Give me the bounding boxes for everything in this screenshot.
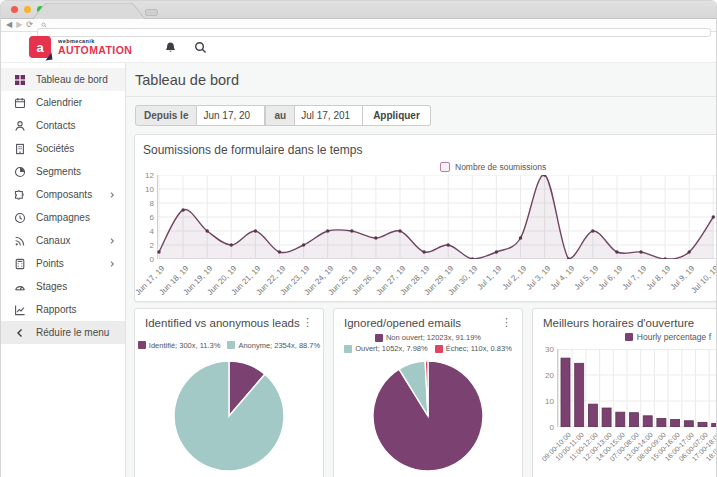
kebab-menu-icon[interactable]: ⋮ <box>302 317 313 328</box>
sidebar-item-label: Points <box>36 258 64 269</box>
sidebar-item-canaux[interactable]: Canaux <box>1 229 125 252</box>
chevron-right-icon <box>108 191 116 199</box>
axis-tick-label: 4 <box>141 227 154 236</box>
user-icon <box>14 120 26 132</box>
identified-anonymous-panel: Identified vs anonymous leads ⋮ Identifi… <box>134 308 324 477</box>
date-to-input[interactable] <box>295 105 363 126</box>
widgets-row: Identified vs anonymous leads ⋮ Identifi… <box>134 308 717 477</box>
url-bar[interactable] <box>37 28 711 37</box>
axis-tick-label: 30 <box>541 345 554 354</box>
browser-tab-bar <box>1 1 716 19</box>
axis-tick-label: 6 <box>141 213 154 222</box>
ignored-opened-emails-panel: Ignored/opened emails ⋮ Non ouvert; 1202… <box>333 308 523 477</box>
app-header: a webmecanik AUTOMATION <box>1 32 716 63</box>
line-chart-legend[interactable]: Nombre de soumissions <box>143 162 709 172</box>
sidebar-item-contacts[interactable]: Contacts <box>1 114 125 137</box>
calendar-icon <box>14 97 26 109</box>
rss-icon <box>14 235 26 247</box>
sidebar-item-calendrier[interactable]: Calendrier <box>1 91 125 114</box>
back-button[interactable]: ◀ <box>6 21 12 29</box>
kebab-menu-icon[interactable]: ⋮ <box>501 317 512 328</box>
legend-item-ouvert[interactable]: Ouvert; 1052x, 7.98% <box>344 344 428 353</box>
pie-legend: Non ouvert; 12023x, 91.19%Ouvert; 1052x,… <box>344 333 512 357</box>
bar-legend-label: Hourly percentage f <box>637 332 711 342</box>
sidebar-item-campagnes[interactable]: Campagnes <box>1 206 125 229</box>
axis-tick-label: 20 <box>541 371 554 380</box>
refresh-button[interactable]: ⟳ <box>26 21 33 29</box>
logo-text[interactable]: webmecanik AUTOMATION <box>58 39 132 56</box>
axis-tick-label: 8 <box>141 199 154 208</box>
sidebar-item-stages[interactable]: Stages <box>1 275 125 298</box>
line-chart-title: Soumissions de formulaire dans le temps <box>143 143 709 157</box>
legend-item-anonyme[interactable]: Anonyme; 2354x, 88.7% <box>227 333 320 357</box>
puzzle-icon <box>14 189 26 201</box>
date-filter: Depuis le au Appliquer <box>126 97 717 134</box>
logo-icon[interactable]: a <box>29 36 51 58</box>
new-tab-button[interactable] <box>145 9 158 16</box>
browser-tab[interactable] <box>31 3 147 19</box>
chevron-left-icon <box>14 327 26 339</box>
bell-icon[interactable] <box>164 41 177 54</box>
sidebar-item-label: Canaux <box>36 235 70 246</box>
best-open-hours-panel: Meilleurs horaires d'ouverture Hourly pe… <box>532 308 717 477</box>
panel-title: Meilleurs horaires d'ouverture <box>543 317 694 329</box>
pie-legend: Identifié; 300x, 11.3%Anonyme; 2354x, 88… <box>145 333 313 357</box>
chart-icon <box>14 304 26 316</box>
axis-tick-label: 12 <box>141 171 154 180</box>
close-button[interactable] <box>11 6 18 13</box>
line-chart-canvas <box>157 175 717 259</box>
legend-label: Anonyme; 2354x, 88.7% <box>238 341 320 350</box>
sidebar-item-label: Sociétés <box>36 143 74 154</box>
sidebar-collapse-label: Réduire le menu <box>36 327 109 338</box>
sidebar-item-tableau-de-bord[interactable]: Tableau de bord <box>1 68 125 91</box>
forward-button[interactable]: ▶ <box>16 21 22 29</box>
panel-title: Identified vs anonymous leads <box>145 317 300 329</box>
date-from-input[interactable] <box>197 105 265 126</box>
grid-icon <box>14 74 26 86</box>
legend-label: Échec; 110x, 0.83% <box>446 344 512 353</box>
browser-window: ◀ ▶ ⟳ a webmecanik AUTOMATION Tableau de… <box>0 0 717 477</box>
axis-tick-label: 0 <box>541 423 554 432</box>
logo-text-big: AUTOMATION <box>58 45 132 56</box>
sidebar-collapse-button[interactable]: Réduire le menu <box>1 321 125 344</box>
search-icon <box>41 22 47 28</box>
line-legend-label: Nombre de soumissions <box>455 162 546 172</box>
sidebar-item-label: Stages <box>36 281 67 292</box>
pie-icon <box>14 166 26 178</box>
axis-tick-label: 10 <box>141 185 154 194</box>
legend-item-non-ouvert[interactable]: Non ouvert; 12023x, 91.19% <box>375 333 481 342</box>
legend-swatch-icon <box>375 334 383 342</box>
date-from-label: Depuis le <box>135 105 197 126</box>
sidebar-item-label: Contacts <box>36 120 75 131</box>
legend-label: Identifié; 300x, 11.3% <box>149 341 221 350</box>
calculator-icon <box>14 258 26 270</box>
sidebar-item-points[interactable]: Points <box>1 252 125 275</box>
sidebar-nav: Tableau de bordCalendrierContactsSociété… <box>1 68 125 321</box>
sidebar-item-composants[interactable]: Composants <box>1 183 125 206</box>
page-title: Tableau de bord <box>126 63 717 97</box>
apply-button[interactable]: Appliquer <box>363 105 431 126</box>
legend-swatch-icon <box>227 341 235 349</box>
legend-label: Non ouvert; 12023x, 91.19% <box>386 333 481 342</box>
logo-letter: a <box>36 40 43 55</box>
chevron-right-icon <box>108 260 116 268</box>
sidebar-item-societes[interactable]: Sociétés <box>1 137 125 160</box>
search-icon[interactable] <box>194 41 207 54</box>
app-body: Tableau de bordCalendrierContactsSociété… <box>1 63 716 477</box>
bar-chart-plot: 0102030 09:00-10:0010:00-11:0011:00-12:0… <box>557 349 711 469</box>
sidebar-item-segments[interactable]: Segments <box>1 160 125 183</box>
bar-chart-canvas <box>557 349 717 427</box>
legend-item-identifie[interactable]: Identifié; 300x, 11.3% <box>138 333 221 357</box>
axis-tick-label: 0 <box>141 255 154 264</box>
legend-item-echec[interactable]: Échec; 110x, 0.83% <box>435 344 512 353</box>
sidebar-item-label: Calendrier <box>36 97 82 108</box>
clock-icon <box>14 212 26 224</box>
bar-chart-legend[interactable]: Hourly percentage f <box>543 332 711 342</box>
chevron-right-icon <box>108 237 116 245</box>
minimize-button[interactable] <box>24 6 31 13</box>
sidebar: Tableau de bordCalendrierContactsSociété… <box>1 63 126 477</box>
sidebar-item-rapports[interactable]: Rapports <box>1 298 125 321</box>
pie-chart-emails <box>371 359 485 473</box>
line-chart-plot: 024681012 Jun 17, 19Jun 18, 19Jun 19, 19… <box>157 175 709 299</box>
legend-swatch-icon <box>435 345 443 353</box>
